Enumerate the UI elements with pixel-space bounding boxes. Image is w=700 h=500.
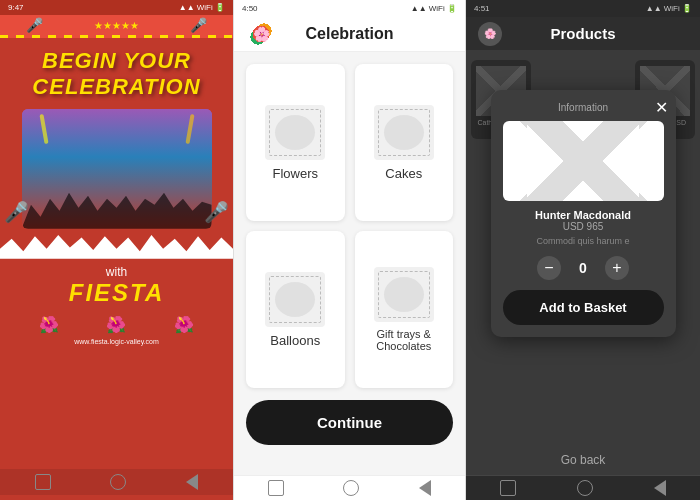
screen1-status-bar: 9:47 ▲▲ WiFi 🔋 (0, 0, 233, 15)
torn-paper-effect (0, 234, 233, 259)
modal-product-name: Hunter Macdonald (503, 209, 664, 221)
quantity-increase-button[interactable]: + (605, 256, 629, 280)
category-cakes[interactable]: 🎂 Cakes (355, 64, 454, 221)
screen2-time: 4:50 (242, 4, 258, 13)
nav-back-icon[interactable] (186, 474, 198, 490)
deco-flower-2: 🌺 (106, 315, 126, 334)
cakes-label: Cakes (385, 166, 422, 181)
quantity-value: 0 (573, 260, 593, 276)
screen1-time: 9:47 (8, 3, 24, 12)
nav-circle-icon[interactable] (343, 480, 359, 496)
nav-back-icon[interactable] (654, 480, 666, 496)
modal-info-label: Information (503, 102, 664, 113)
screen1-concert-image (22, 109, 212, 229)
screen2-signals: ▲▲ WiFi 🔋 (411, 4, 457, 13)
nav-circle-icon[interactable] (110, 474, 126, 490)
screen3-body: Catherine USD 455 Thomas USD 123 ✕ Infor… (466, 50, 700, 445)
product-info-modal: ✕ Information Hunter Macdonald USD 965 C… (491, 90, 676, 337)
fiesta-logo: 🌸 (246, 19, 276, 49)
screen2-title: Celebration (305, 25, 393, 43)
category-flowers[interactable]: 🌸 Flowers (246, 64, 345, 221)
screen1-signals: ▲▲ WiFi 🔋 (179, 3, 225, 12)
screen-products: 4:51 ▲▲ WiFi 🔋 🌸 Products Catherine USD … (466, 0, 700, 500)
screen3-signals: ▲▲ WiFi 🔋 (646, 4, 692, 13)
screen3-title: Products (550, 25, 615, 42)
modal-product-desc: Commodi quis harum e (503, 236, 664, 246)
balloons-label: Balloons (270, 333, 320, 348)
screen2-header: 🌸 Celebration (234, 17, 465, 52)
modal-quantity-control: − 0 + (503, 256, 664, 280)
gift-trays-label: Gift trays & Chocolates (355, 328, 454, 352)
modal-product-image (503, 121, 664, 201)
gift-trays-image: 🎁 (374, 267, 434, 322)
category-gift-trays[interactable]: 🎁 Gift trays & Chocolates (355, 231, 454, 388)
screen3-nav-bar (466, 475, 700, 500)
screen-celebration-intro: 9:47 ▲▲ WiFi 🔋 🎤 ★★★★★ 🎤 Begin Your Cele… (0, 0, 233, 500)
add-to-basket-button[interactable]: Add to Basket (503, 290, 664, 325)
deco-mic-left: 🎤 (4, 200, 29, 224)
screen3-time: 4:51 (474, 4, 490, 13)
modal-close-button[interactable]: ✕ (655, 98, 668, 117)
screen1-nav-bar (0, 469, 233, 495)
screen-category-selection: 4:50 ▲▲ WiFi 🔋 🌸 Celebration 🌸 Flowers 🎂… (233, 0, 466, 500)
cakes-image: 🎂 (374, 105, 434, 160)
continue-button[interactable]: Continue (246, 400, 453, 445)
screen2-nav-bar (234, 475, 465, 500)
flowers-label: Flowers (272, 166, 318, 181)
screen1-with-text: with (106, 265, 127, 279)
balloons-image: 🎈 (265, 272, 325, 327)
screen3-status-bar: 4:51 ▲▲ WiFi 🔋 (466, 0, 700, 17)
deco-mic-right: 🎤 (204, 200, 229, 224)
category-grid: 🌸 Flowers 🎂 Cakes 🎈 Balloons 🎁 Gift tray… (234, 52, 465, 400)
deco-flower-3: 🌺 (174, 315, 194, 334)
screen1-fiesta-text: FIESTA (69, 279, 165, 307)
nav-square-icon[interactable] (500, 480, 516, 496)
quantity-decrease-button[interactable]: − (537, 256, 561, 280)
deco-flower-1: 🌺 (39, 315, 59, 334)
nav-square-icon[interactable] (268, 480, 284, 496)
screen2-status-bar: 4:50 ▲▲ WiFi 🔋 (234, 0, 465, 17)
screen1-title: Begin Your Celebration (22, 48, 210, 101)
nav-square-icon[interactable] (35, 474, 51, 490)
category-balloons[interactable]: 🎈 Balloons (246, 231, 345, 388)
screen3-logo: 🌸 (478, 22, 502, 46)
modal-product-price: USD 965 (503, 221, 664, 232)
screen3-header: 🌸 Products (466, 17, 700, 50)
flowers-image: 🌸 (265, 105, 325, 160)
nav-circle-icon[interactable] (577, 480, 593, 496)
nav-back-icon[interactable] (419, 480, 431, 496)
go-back-button[interactable]: Go back (466, 445, 700, 475)
screen1-url: www.fiesta.logic-valley.com (74, 338, 159, 345)
